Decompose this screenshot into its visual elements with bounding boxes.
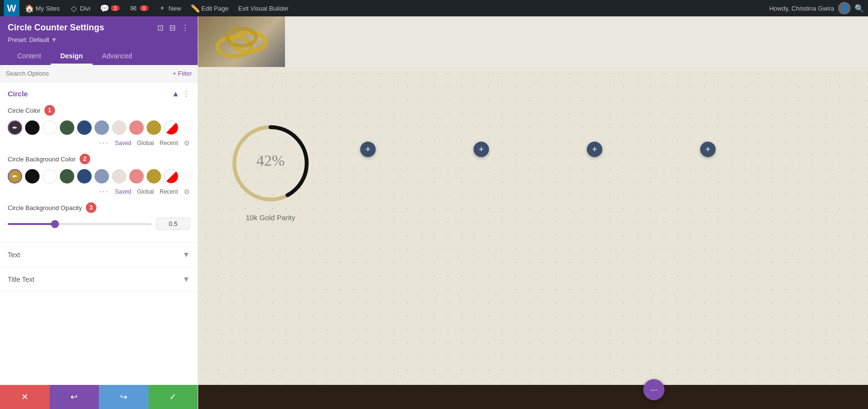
panel-content: Circle ▲ ⋮ Circle Color 1 ✒	[0, 82, 198, 385]
avatar[interactable]: 👤	[838, 2, 851, 14]
divi-icon: ◇	[69, 4, 78, 13]
image-thumbnail	[198, 16, 285, 67]
my-sites-item[interactable]: 🏠 My Sites	[21, 0, 64, 16]
circle-color-swatch-gold[interactable]	[147, 120, 161, 135]
plus-button-4[interactable]: +	[700, 142, 716, 157]
exit-visual-builder-item[interactable]: Exit Visual Builder	[234, 0, 293, 16]
new-label: New	[169, 5, 181, 12]
circle-color-label-text: Circle Color	[8, 107, 41, 114]
design-tab[interactable]: Design	[51, 48, 93, 65]
rings-image	[213, 20, 271, 64]
divi-item[interactable]: ◇ Divi	[66, 0, 95, 16]
undo-icon: ↩	[70, 392, 78, 402]
circle-color-swatch-green[interactable]	[60, 120, 74, 135]
circle-color-step-badge: 1	[44, 105, 55, 116]
circle-bg-color-global[interactable]: Global	[137, 188, 154, 195]
circle-color-recent[interactable]: Recent	[160, 140, 178, 146]
circle-section-header: Circle ▲ ⋮	[8, 89, 190, 98]
admin-bar-right: Howdy, Christina Gwira 👤 🔍	[769, 2, 864, 14]
circle-color-pipette[interactable]: ✒	[8, 120, 22, 135]
new-item[interactable]: + New	[154, 0, 185, 16]
circle-counter-label: 10k Gold Parity	[227, 213, 314, 222]
search-input[interactable]	[6, 70, 173, 77]
circle-bg-color-swatch-transparent[interactable]	[164, 169, 178, 184]
circle-color-settings-icon[interactable]: ⚙	[184, 139, 190, 147]
circle-color-swatch-cream[interactable]	[112, 120, 126, 135]
circle-color-swatch-black[interactable]	[25, 120, 40, 135]
plus-button-3[interactable]: +	[587, 142, 602, 157]
circle-bg-color-label-text: Circle Background Color	[8, 156, 76, 163]
circle-bg-color-swatch-pink[interactable]	[129, 169, 144, 184]
panel-title-icons: ⊡ ⊟ ⋮	[156, 22, 190, 33]
circle-color-swatches: ✒	[8, 120, 190, 135]
title-text-section-chevron: ▼	[182, 275, 190, 284]
circle-bg-opacity-slider-thumb[interactable]	[51, 220, 59, 228]
footer-bar: ···	[198, 385, 868, 409]
panel-preset[interactable]: Preset: Default ▼	[8, 36, 190, 43]
text-section-title: Text	[8, 251, 20, 259]
color-dots-icon[interactable]: ···	[99, 138, 109, 148]
comments-icon: 💬	[100, 4, 109, 13]
undo-button[interactable]: ↩	[50, 385, 99, 409]
advanced-tab[interactable]: Advanced	[93, 48, 142, 65]
save-button[interactable]: ✓	[149, 385, 198, 409]
circle-bg-color-label-row: Circle Background Color 2	[8, 154, 190, 164]
canvas-area: 42% 10k Gold Parity + + + + ···	[198, 16, 868, 409]
circle-bg-color-recent[interactable]: Recent	[160, 188, 178, 195]
panel-grid-icon[interactable]: ⊟	[168, 22, 176, 33]
circle-bg-opacity-option: Circle Background Opacity 3	[8, 202, 190, 230]
circle-color-global[interactable]: Global	[137, 140, 154, 146]
redo-button[interactable]: ↪	[99, 385, 149, 409]
cancel-button[interactable]: ✕	[0, 385, 50, 409]
circle-color-swatch-white[interactable]	[42, 120, 57, 135]
wp-logo-icon[interactable]: W	[4, 0, 19, 16]
panel-tabs: Content Design Advanced	[8, 48, 190, 65]
circle-bg-opacity-label-text: Circle Background Opacity	[8, 204, 82, 211]
edit-page-item[interactable]: ✏️ Edit Page	[187, 0, 232, 16]
plus-button-1[interactable]: +	[360, 142, 376, 157]
comments-item[interactable]: 💬 3	[96, 0, 123, 16]
circle-color-swatch-transparent[interactable]	[164, 120, 178, 135]
circle-bg-color-saved[interactable]: Saved	[115, 188, 131, 195]
edit-page-label: Edit Page	[202, 5, 229, 12]
content-tab[interactable]: Content	[8, 48, 51, 65]
circle-bg-color-swatch-green[interactable]	[60, 169, 74, 184]
circle-color-swatch-blue[interactable]	[95, 120, 109, 135]
circle-bg-color-swatch-black[interactable]	[25, 169, 40, 184]
title-text-section-title: Title Text	[8, 276, 34, 283]
circle-bg-color-swatch-cream[interactable]	[112, 169, 126, 184]
left-panel: Circle Counter Settings ⊡ ⊟ ⋮ Preset: De…	[0, 16, 198, 409]
circle-bg-color-swatch-gold[interactable]	[147, 169, 161, 184]
circle-bg-opacity-slider-fill	[8, 223, 55, 225]
panel-more-icon[interactable]: ⋮	[180, 22, 190, 33]
plus-button-2[interactable]: +	[474, 142, 489, 157]
cancel-icon: ✕	[21, 392, 28, 402]
circle-bg-opacity-slider-track[interactable]	[8, 223, 151, 225]
circle-more-icon[interactable]: ⋮	[182, 89, 190, 98]
circle-bg-opacity-value[interactable]	[156, 218, 190, 230]
circle-collapse-icon[interactable]: ▲	[172, 90, 179, 98]
panel-expand-icon[interactable]: ⊡	[156, 22, 164, 33]
circle-bg-color-pipette[interactable]: ✒	[8, 169, 22, 184]
image-strip	[198, 16, 868, 67]
circle-bg-opacity-label-row: Circle Background Opacity 3	[8, 202, 190, 213]
circle-color-saved[interactable]: Saved	[115, 140, 131, 146]
text-section[interactable]: Text ▼	[0, 243, 198, 267]
circle-bg-color-step-badge: 2	[80, 154, 90, 164]
bg-pipette-icon: ✒	[12, 172, 18, 180]
bg-color-dots-icon[interactable]: ···	[99, 186, 109, 197]
title-text-section[interactable]: Title Text ▼	[0, 267, 198, 292]
circle-bg-color-swatch-white[interactable]	[42, 169, 57, 184]
circle-color-swatch-pink[interactable]	[129, 120, 144, 135]
filter-button[interactable]: + Filter	[173, 70, 192, 77]
exit-visual-builder-label: Exit Visual Builder	[238, 5, 289, 12]
circle-bg-color-settings-icon[interactable]: ⚙	[184, 188, 190, 196]
search-icon[interactable]: 🔍	[854, 4, 864, 13]
messages-item[interactable]: ✉ 0	[125, 0, 152, 16]
circle-bg-color-swatch-navy[interactable]	[77, 169, 92, 184]
admin-bar-left: W 🏠 My Sites ◇ Divi 💬 3 ✉ 0 + New ✏️ Edi…	[4, 0, 769, 16]
circle-bg-color-swatch-blue[interactable]	[95, 169, 109, 184]
panel-title-row: Circle Counter Settings ⊡ ⊟ ⋮	[8, 22, 190, 33]
circle-color-swatch-navy[interactable]	[77, 120, 92, 135]
floating-menu-button[interactable]: ···	[643, 379, 665, 400]
